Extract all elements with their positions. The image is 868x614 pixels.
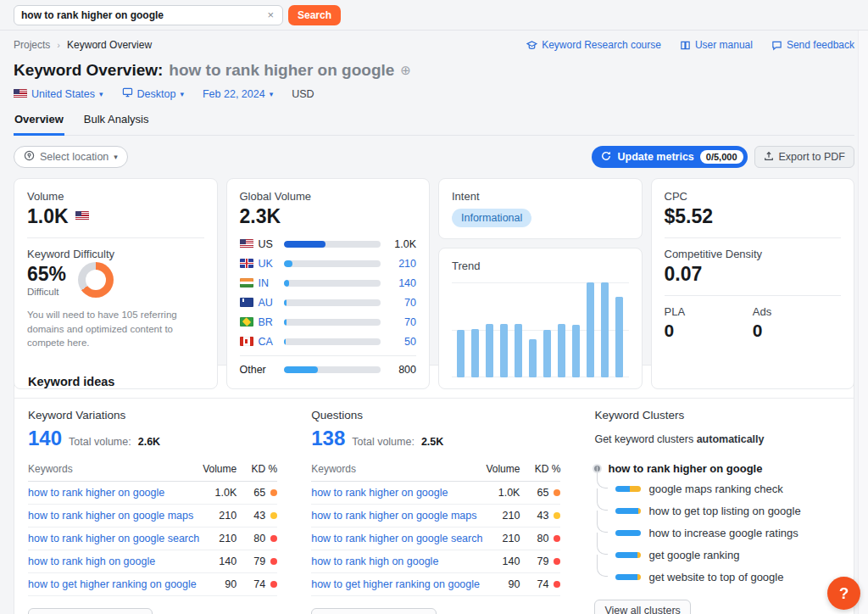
table-row: how to rank high on google 140 79 [28, 550, 277, 573]
difficulty-tier-label: Difficult [27, 287, 66, 297]
add-keyword-icon[interactable]: ⊕ [400, 63, 411, 78]
keyword-ideas-section: Keyword ideas Keyword Variations 140 Tot… [14, 365, 854, 614]
trend-bar [515, 324, 522, 377]
questions-count[interactable]: 138 [311, 427, 345, 450]
competitive-density-value: 0.07 [665, 263, 842, 286]
send-feedback-link[interactable]: Send feedback [771, 39, 854, 51]
table-row: how to rank higher on google maps 210 43 [311, 505, 560, 527]
trend-label: Trend [452, 260, 629, 272]
clusters-label: Keyword Clusters [594, 409, 840, 421]
intent-badge[interactable]: Informational [452, 209, 531, 227]
table-row: how to get higher ranking on google 90 7… [28, 573, 277, 596]
kd-dot [270, 581, 277, 588]
kd-dot [554, 535, 560, 542]
volume-label: Volume [27, 190, 204, 203]
trend-card: Trend [438, 248, 643, 389]
keyword-clusters-column: Keyword Clusters Get keyword clusters au… [594, 409, 840, 614]
search-button[interactable]: Search [288, 5, 341, 25]
location-pin-icon [24, 150, 35, 164]
volume-bar [284, 280, 381, 287]
device-filter[interactable]: Desktop ▾ [122, 87, 184, 100]
view-all-clusters-button[interactable]: View all clusters [594, 600, 690, 614]
cluster-link[interactable]: google maps ranking check [648, 483, 782, 495]
trend-bar [558, 324, 565, 377]
kd-dot [270, 535, 277, 542]
clear-search-icon[interactable]: × [265, 8, 275, 21]
global-volume-card: Global Volume 2.3K US 1.0K UK 210 IN [226, 178, 431, 389]
cluster-link[interactable]: how to get top listing on google [648, 505, 800, 517]
user-manual-link[interactable]: User manual [680, 39, 753, 51]
brazil-flag-icon [240, 317, 253, 327]
keyword-link[interactable]: how to rank higher on google maps [28, 510, 199, 522]
scrollbar-track[interactable] [858, 31, 868, 614]
cpc-label: CPC [665, 190, 842, 203]
trend-bar [471, 329, 479, 377]
global-volume-row: UK 210 [240, 255, 417, 271]
questions-column: Questions 138 Total volume: 2.5K Keyword… [311, 409, 560, 614]
variations-count[interactable]: 140 [28, 427, 62, 450]
trend-bar [587, 282, 594, 377]
india-flag-icon [240, 278, 253, 287]
table-header: Keywords Volume KD % [28, 463, 277, 482]
ads-value: 0 [753, 321, 841, 341]
page-title-keyword: how to rank higher on google [169, 61, 394, 80]
feedback-bubble-icon [771, 40, 782, 51]
kd-dot [270, 512, 277, 519]
view-all-variations-button[interactable]: View all 140 keywords [28, 608, 153, 614]
volume-bar [284, 299, 381, 306]
cpc-value: $5.52 [665, 205, 842, 228]
trend-bar [572, 325, 580, 377]
competitive-density-label: Competitive Density [665, 248, 842, 260]
trend-bar [601, 282, 609, 377]
cluster-link[interactable]: get google ranking [648, 549, 739, 561]
table-row: how to rank higher on google 1.0K 65 [311, 482, 560, 505]
breadcrumb-projects[interactable]: Projects [14, 39, 50, 51]
top-search-bar: × Search [0, 0, 868, 31]
kd-gauge [78, 262, 114, 298]
export-to-pdf-button[interactable]: Export to PDF [754, 146, 855, 168]
keyword-research-course-link[interactable]: Keyword Research course [526, 39, 661, 51]
cluster-bar [615, 508, 641, 514]
tab-overview[interactable]: Overview [14, 113, 64, 136]
table-row: how to rank higher on google search 210 … [28, 527, 277, 550]
tab-bulk-analysis[interactable]: Bulk Analysis [83, 113, 150, 135]
search-input[interactable] [21, 9, 265, 21]
chevron-down-icon: ▾ [114, 153, 118, 161]
keyword-link[interactable]: how to rank higher on google [28, 487, 199, 499]
keyword-link[interactable]: how to get higher ranking on google [28, 578, 199, 590]
tree-connector [597, 466, 608, 488]
intent-label: Intent [452, 190, 629, 203]
country-filter[interactable]: United States ▾ [14, 88, 103, 100]
variations-label: Keyword Variations [28, 409, 277, 421]
update-metrics-button[interactable]: Update metrics 0/5,000 [592, 146, 747, 168]
uk-flag-icon [240, 259, 253, 268]
keyword-difficulty-label: Keyword Difficulty [27, 248, 204, 260]
kd-dot [270, 558, 277, 565]
keyword-link[interactable]: how to rank higher on google search [311, 533, 482, 544]
monitor-icon [122, 87, 133, 100]
trend-bar [500, 324, 508, 377]
cluster-link[interactable]: get website to top of google [648, 571, 783, 583]
table-row: how to rank higher on google 1.0K 65 [28, 482, 277, 505]
select-location-button[interactable]: Select location ▾ [14, 146, 128, 168]
refresh-icon [601, 151, 611, 164]
keyword-link[interactable]: how to get higher ranking on google [311, 578, 482, 590]
keyword-link[interactable]: how to rank higher on google [311, 487, 482, 499]
view-all-questions-button[interactable]: View all 138 keywords [311, 608, 436, 614]
cluster-root: how to rank higher on google [594, 459, 840, 477]
trend-chart [452, 282, 629, 377]
date-filter[interactable]: Feb 22, 2024 ▾ [203, 88, 273, 100]
keyword-link[interactable]: how to rank high on google [311, 555, 482, 567]
keyword-link[interactable]: how to rank higher on google search [28, 533, 199, 544]
kd-dot [270, 489, 277, 496]
keyword-link[interactable]: how to rank higher on google maps [311, 510, 482, 522]
keyword-link[interactable]: how to rank high on google [28, 555, 199, 567]
table-row: how to rank higher on google maps 210 43 [28, 505, 277, 527]
volume-bar [284, 260, 381, 267]
cluster-link[interactable]: how to increase google ratings [648, 527, 798, 539]
cpc-card: CPC $5.52 Competitive Density 0.07 PLA 0… [651, 178, 855, 389]
search-box[interactable]: × [14, 5, 283, 25]
help-button[interactable]: ? [827, 577, 860, 610]
page-title: Keyword Overview: how to rank higher on … [14, 61, 854, 80]
cluster-bar [615, 530, 641, 536]
